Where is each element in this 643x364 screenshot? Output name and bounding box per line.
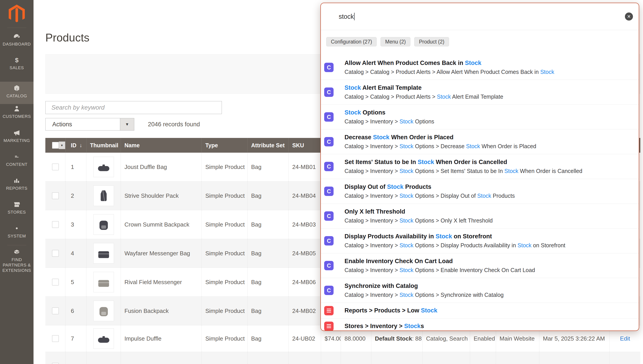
- attribute-set-cell: Bag: [247, 268, 288, 296]
- search-result-row[interactable]: CEnable Inventory Check On Cart LoadCata…: [321, 253, 639, 278]
- stores-icon: [13, 201, 21, 208]
- search-result-title: Set Items' Status to be In Stock When Or…: [345, 159, 632, 166]
- magento-logo[interactable]: [0, 4, 34, 24]
- search-result-title: Stock Alert Email Template: [345, 84, 632, 91]
- backpack-icon: [97, 217, 111, 232]
- search-result-row[interactable]: CSet Items' Status to be In Stock When O…: [321, 154, 639, 179]
- row-checkbox[interactable]: [52, 308, 59, 314]
- actions-label: Actions: [46, 118, 120, 130]
- marketing-icon: [13, 129, 21, 136]
- product-thumbnail[interactable]: [93, 328, 114, 349]
- system-icon: [13, 224, 21, 232]
- search-result-title: Enable Inventory Check On Cart Load: [345, 258, 632, 265]
- sidebar-item-catalog[interactable]: CATALOG: [0, 82, 34, 104]
- sku-cell: 24-MB03: [288, 210, 321, 239]
- search-result-row[interactable]: CDecrease Stock When Order is PlacedCata…: [321, 129, 639, 154]
- row-select-cell: [45, 239, 65, 268]
- sidebar-item-find[interactable]: FIND PARTNERS & EXTENSIONS: [0, 248, 34, 273]
- product-thumbnail[interactable]: [93, 186, 114, 206]
- external-link-icon: [632, 114, 639, 120]
- duffle-bag-icon: [97, 160, 111, 174]
- empty-cell: [341, 352, 371, 364]
- sidebar-item-dashboard[interactable]: DASHBOARD: [0, 32, 34, 47]
- search-filter-chip[interactable]: Configuration (27): [326, 37, 377, 46]
- search-filter-chip[interactable]: Product (2): [414, 37, 449, 46]
- keyword-search-placeholder: Search by keyword: [46, 104, 210, 111]
- column-header[interactable]: SKU: [288, 138, 321, 153]
- search-result-text: Only X left ThresholdCatalog > Inventory…: [345, 208, 632, 224]
- search-result-row[interactable]: CStock OptionsCatalog > Inventory > Stoc…: [321, 104, 639, 129]
- row-checkbox[interactable]: [52, 250, 59, 257]
- customers-icon: [13, 105, 21, 112]
- select-all-header[interactable]: ▼: [45, 138, 65, 153]
- chevron-down-icon[interactable]: ▼: [59, 142, 65, 149]
- sidebar-item-reports[interactable]: REPORTS: [0, 177, 34, 191]
- search-result-breadcrumb: Catalog > Inventory > Stock Options > Di…: [345, 242, 632, 248]
- attribute-set-cell: Bag: [247, 326, 288, 352]
- external-link-icon: [632, 323, 639, 330]
- edit-link[interactable]: Edit: [610, 335, 640, 342]
- configuration-badge-icon: C: [324, 137, 334, 146]
- configuration-badge-icon: C: [324, 286, 334, 295]
- row-checkbox[interactable]: [52, 279, 59, 286]
- sku-cell: 24-MB02: [288, 296, 321, 325]
- sidebar-item-system[interactable]: SYSTEM: [0, 224, 34, 239]
- configuration-badge-icon: C: [324, 211, 334, 221]
- product-thumbnail-cell: [86, 239, 121, 268]
- product-thumbnail[interactable]: [93, 243, 114, 264]
- column-header[interactable]: Thumbnail: [86, 138, 121, 153]
- global-search-input[interactable]: stock: [321, 3, 639, 30]
- search-result-row[interactable]: CDisplay Out of Stock ProductsCatalog > …: [321, 179, 639, 204]
- search-result-row[interactable]: CDisplay Products Availability in Stock …: [321, 228, 639, 253]
- product-name-cell: Joust Duffle Bag: [121, 153, 201, 181]
- empty-cell: [86, 352, 121, 364]
- row-checkbox[interactable]: [52, 192, 59, 199]
- column-header[interactable]: Attribute Set: [247, 138, 288, 153]
- column-header[interactable]: Name: [121, 138, 201, 153]
- search-result-row[interactable]: COnly X left ThresholdCatalog > Inventor…: [321, 204, 639, 228]
- select-all-checkbox[interactable]: [52, 142, 59, 149]
- search-result-row[interactable]: CAllow Alert When Product Comes Back in …: [321, 55, 639, 80]
- chevron-down-icon[interactable]: ▼: [120, 118, 134, 130]
- clear-search-button[interactable]: ✕: [625, 12, 633, 20]
- column-header[interactable]: Type: [201, 138, 247, 153]
- row-checkbox[interactable]: [52, 363, 59, 364]
- search-result-title: Only X left Threshold: [345, 208, 632, 215]
- column-header[interactable]: ID↓: [65, 138, 86, 153]
- search-result-row[interactable]: CSynchronize with CatalogCatalog > Inven…: [321, 278, 639, 303]
- row-checkbox[interactable]: [52, 221, 59, 228]
- column-header-label: SKU: [292, 142, 304, 149]
- sidebar-item-sales[interactable]: SALES: [0, 56, 34, 70]
- product-thumbnail[interactable]: [93, 272, 114, 292]
- column-header-label: Name: [124, 142, 140, 149]
- search-result-breadcrumb: Catalog > Catalog > Product Alerts > Sto…: [345, 94, 632, 100]
- keyword-search-input[interactable]: Search by keyword: [45, 101, 222, 114]
- product-thumbnail[interactable]: [93, 214, 114, 235]
- search-icon[interactable]: [210, 104, 218, 112]
- actions-dropdown[interactable]: Actions ▼: [45, 118, 134, 130]
- select-all-combo[interactable]: ▼: [52, 142, 65, 149]
- search-result-text: Display Out of Stock ProductsCatalog > I…: [345, 184, 632, 199]
- search-filter-chip[interactable]: Menu (2): [381, 37, 410, 46]
- row-checkbox[interactable]: [52, 335, 59, 342]
- search-result-text: Decrease Stock When Order is PlacedCatal…: [345, 134, 632, 150]
- external-link-icon: [632, 262, 639, 269]
- sku-cell: 24-MB06: [288, 268, 321, 296]
- sidebar-item-marketing[interactable]: MARKETING: [0, 129, 34, 143]
- empty-cell: [539, 352, 609, 364]
- product-thumbnail[interactable]: [93, 300, 114, 321]
- sidebar-item-label: SYSTEM: [0, 234, 34, 239]
- search-result-row[interactable]: CStock Alert Email TemplateCatalog > Cat…: [321, 80, 639, 104]
- search-result-row[interactable]: Stores > Inventory > Stocks: [321, 318, 639, 331]
- sidebar-item-stores[interactable]: STORES: [0, 201, 34, 215]
- reports-icon: [13, 177, 21, 184]
- product-thumbnail[interactable]: [93, 157, 114, 177]
- search-result-row[interactable]: Reports > Products > Low Stock: [321, 303, 639, 318]
- row-checkbox[interactable]: [52, 164, 59, 170]
- search-result-breadcrumb: Catalog > Inventory > Stock Options > De…: [345, 143, 632, 150]
- product-thumbnail-cell: [86, 210, 121, 239]
- sidebar-item-customers[interactable]: CUSTOMERS: [0, 105, 34, 119]
- sling-pack-icon: [97, 188, 111, 203]
- sidebar-item-content[interactable]: CONTENT: [0, 153, 34, 167]
- product-type-cell: Simple Product: [201, 326, 247, 352]
